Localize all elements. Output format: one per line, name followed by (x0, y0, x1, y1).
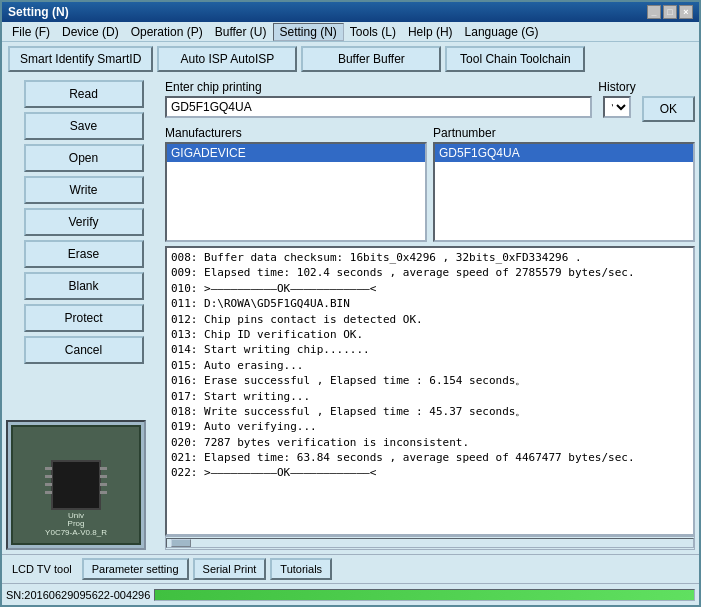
log-line: 022: >——————————OK————————————< (171, 465, 689, 480)
menu-setting[interactable]: Setting (N) (273, 23, 344, 41)
title-text: Setting (N) (8, 5, 69, 19)
chip-pin (45, 467, 52, 470)
log-line: 018: Write successful , Elapsed time : 4… (171, 404, 689, 419)
menu-device[interactable]: Device (D) (56, 24, 125, 40)
menu-buffer[interactable]: Buffer (U) (209, 24, 273, 40)
title-controls: _ □ × (647, 5, 693, 19)
right-panel: Enter chip printing History ▼ OK Manufac… (165, 80, 695, 550)
ok-button[interactable]: OK (642, 96, 695, 122)
smart-identify-button[interactable]: Smart Identify SmartID (8, 46, 153, 72)
title-bar: Setting (N) _ □ × (2, 2, 699, 22)
log-area: 008: Buffer data checksum: 16bits_0x4296… (165, 246, 695, 550)
partnumber-item[interactable]: GD5F1GQ4UA (435, 144, 693, 162)
tutorials-button[interactable]: Tutorials (270, 558, 332, 580)
log-line: 012: Chip pins contact is detected OK. (171, 312, 689, 327)
read-button[interactable]: Read (24, 80, 144, 108)
buffer-button[interactable]: Buffer Buffer (301, 46, 441, 72)
device-label: UnivProgY0C79-A-V0.8_R (15, 512, 137, 538)
maximize-button[interactable]: □ (663, 5, 677, 19)
chip-pin (100, 467, 107, 470)
bottom-toolbar: LCD TV tool Parameter setting Serial Pri… (2, 554, 699, 583)
log-line: 021: Elapsed time: 63.84 seconds , avera… (171, 450, 689, 465)
log-line: 016: Erase successful , Elapsed time : 6… (171, 373, 689, 388)
chip-input-row: Enter chip printing History ▼ OK (165, 80, 695, 122)
log-line: 020: 7287 bytes verification is inconsis… (171, 435, 689, 450)
log-line: 010: >——————————OK————————————< (171, 281, 689, 296)
manufacturers-label: Manufacturers (165, 126, 427, 140)
chip-pin (100, 491, 107, 494)
write-button[interactable]: Write (24, 176, 144, 204)
menu-language[interactable]: Language (G) (459, 24, 545, 40)
device-image: UnivProgY0C79-A-V0.8_R (6, 420, 146, 550)
log-line: 011: D:\ROWA\GD5F1GQ4UA.BIN (171, 296, 689, 311)
chip-pins-left (45, 467, 52, 494)
chip-input[interactable] (165, 96, 592, 118)
lcd-tv-label: LCD TV tool (6, 560, 78, 578)
chip-pin (45, 491, 52, 494)
partnumber-list[interactable]: GD5F1GQ4UA (433, 142, 695, 242)
erase-button[interactable]: Erase (24, 240, 144, 268)
open-button[interactable]: Open (24, 144, 144, 172)
status-text: SN:20160629095622-004296 (6, 589, 150, 601)
log-line: 009: Elapsed time: 102.4 seconds , avera… (171, 265, 689, 280)
toolbar: Smart Identify SmartID Auto ISP AutoISP … (2, 42, 699, 76)
menu-bar: File (F) Device (D) Operation (P) Buffer… (2, 22, 699, 42)
device-board: UnivProgY0C79-A-V0.8_R (11, 425, 141, 545)
left-panel: Read Save Open Write Verify Erase Blank … (6, 80, 161, 550)
chip-input-field (165, 96, 592, 118)
chip-pin (45, 483, 52, 486)
verify-button[interactable]: Verify (24, 208, 144, 236)
menu-tools[interactable]: Tools (L) (344, 24, 402, 40)
chip-pin (100, 475, 107, 478)
menu-file[interactable]: File (F) (6, 24, 56, 40)
blank-button[interactable]: Blank (24, 272, 144, 300)
minimize-button[interactable]: _ (647, 5, 661, 19)
chip-input-group: Enter chip printing (165, 80, 592, 118)
log-line: 015: Auto erasing... (171, 358, 689, 373)
selectors-row: Manufacturers GIGADEVICE Partnumber GD5F… (165, 126, 695, 242)
protect-button[interactable]: Protect (24, 304, 144, 332)
manufacturer-item[interactable]: GIGADEVICE (167, 144, 425, 162)
tool-chain-button[interactable]: Tool Chain Toolchain (445, 46, 585, 72)
chip-pin (45, 475, 52, 478)
progress-fill (155, 590, 694, 600)
chip-pins-right (100, 467, 107, 494)
main-area: Read Save Open Write Verify Erase Blank … (2, 76, 699, 554)
manufacturers-group: Manufacturers GIGADEVICE (165, 126, 427, 242)
chip-input-label: Enter chip printing (165, 80, 592, 94)
progress-bar (154, 589, 695, 601)
menu-help[interactable]: Help (H) (402, 24, 459, 40)
log-line: 019: Auto verifying... (171, 419, 689, 434)
log-line: 014: Start writing chip....... (171, 342, 689, 357)
partnumber-label: Partnumber (433, 126, 695, 140)
manufacturers-list[interactable]: GIGADEVICE (165, 142, 427, 242)
log-box[interactable]: 008: Buffer data checksum: 16bits_0x4296… (165, 246, 695, 536)
menu-operation[interactable]: Operation (P) (125, 24, 209, 40)
save-button[interactable]: Save (24, 112, 144, 140)
log-line: 008: Buffer data checksum: 16bits_0x4296… (171, 250, 689, 265)
parameter-setting-button[interactable]: Parameter setting (82, 558, 189, 580)
log-line: 017: Start writing... (171, 389, 689, 404)
history-group: History ▼ (598, 80, 635, 118)
main-window: Setting (N) _ □ × File (F) Device (D) Op… (0, 0, 701, 607)
chip-block (51, 460, 101, 510)
partnumber-group: Partnumber GD5F1GQ4UA (433, 126, 695, 242)
log-hscroll[interactable] (165, 536, 695, 550)
auto-isp-button[interactable]: Auto ISP AutoISP (157, 46, 297, 72)
history-label: History (598, 80, 635, 94)
close-button[interactable]: × (679, 5, 693, 19)
history-select[interactable]: ▼ (603, 96, 631, 118)
serial-print-button[interactable]: Serial Print (193, 558, 267, 580)
chip-pin (100, 483, 107, 486)
status-bar: SN:20160629095622-004296 (2, 583, 699, 605)
log-line: 013: Chip ID verification OK. (171, 327, 689, 342)
cancel-button[interactable]: Cancel (24, 336, 144, 364)
